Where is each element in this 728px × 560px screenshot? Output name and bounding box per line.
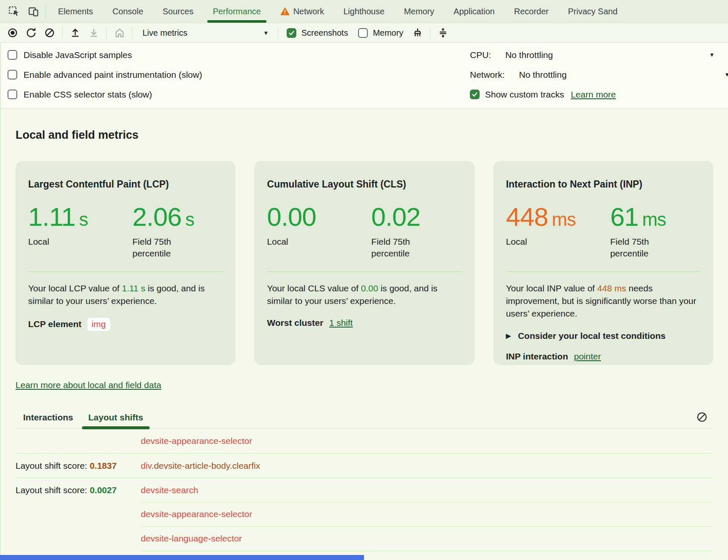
- tab-application[interactable]: Application: [444, 0, 504, 23]
- css-selector-stats-checkbox[interactable]: [8, 90, 17, 99]
- tab-recorder[interactable]: Recorder: [504, 0, 558, 23]
- lcp-element-label: LCP element: [28, 319, 82, 329]
- custom-tracks-label: Show custom tracks: [485, 90, 564, 100]
- screenshots-label: Screenshots: [301, 28, 348, 38]
- worst-cluster-link[interactable]: 1 shift: [329, 318, 353, 328]
- home-icon: [114, 27, 125, 39]
- local-test-conditions-disclosure[interactable]: ▶ Consider your local test conditions: [506, 331, 701, 341]
- learn-more-link[interactable]: Learn more: [571, 90, 616, 100]
- tab-memory[interactable]: Memory: [394, 0, 444, 23]
- table-row: devsite-appearance-selector: [16, 429, 713, 453]
- clear-icon: [696, 411, 708, 423]
- download-profile-button[interactable]: [84, 24, 103, 41]
- cpu-throttling-value[interactable]: No throttling: [505, 50, 553, 60]
- element-link[interactable]: devsite-search: [141, 485, 198, 495]
- css-selector-stats-row[interactable]: Enable CSS selector stats (slow): [1, 85, 470, 104]
- memory-checkbox[interactable]: [358, 28, 368, 38]
- toolbar-separator: [62, 27, 63, 39]
- element-link[interactable]: devsite-language-selector: [141, 534, 242, 543]
- clear-log-button[interactable]: [695, 410, 709, 424]
- collapse-icon: [438, 27, 448, 38]
- tab-elements[interactable]: Elements: [48, 0, 103, 23]
- tab-interactions[interactable]: Interactions: [16, 412, 81, 428]
- inp-interaction-link[interactable]: pointer: [574, 351, 601, 362]
- upload-icon: [70, 27, 81, 38]
- custom-tracks-row[interactable]: Show custom tracks Learn more: [470, 85, 728, 104]
- tab-label: Interactions: [23, 412, 73, 422]
- live-metrics-view: Local and field metrics Largest Contentf…: [0, 108, 728, 560]
- memory-checkbox-row[interactable]: Memory: [353, 28, 408, 38]
- cpu-throttling-row[interactable]: CPU: No throttling ▼: [470, 45, 728, 65]
- device-toolbar-button[interactable]: [24, 0, 43, 23]
- score-label: Layout shift score:: [16, 485, 87, 495]
- element-link[interactable]: devsite-appearance-selector: [141, 509, 252, 519]
- tab-lighthouse[interactable]: Lighthouse: [334, 0, 394, 23]
- tab-layout-shifts[interactable]: Layout shifts: [81, 412, 151, 428]
- tab-label: Privacy Sand: [568, 7, 617, 16]
- custom-tracks-checkbox[interactable]: [470, 90, 480, 99]
- table-row: Layout shift score:0.1837 div.devsite-ar…: [16, 453, 713, 478]
- memory-label: Memory: [373, 28, 403, 38]
- inp-interaction-row: INP interaction pointer: [506, 351, 701, 362]
- css-selector-stats-label: Enable CSS selector stats (slow): [24, 90, 152, 100]
- panel-tabs: Elements Console Sources Performance Net…: [48, 0, 617, 23]
- throttling-options: CPU: No throttling ▼ Network: No throttl…: [470, 45, 728, 104]
- disable-js-samples-row[interactable]: Disable JavaScript samples: [1, 45, 470, 65]
- performance-toolbar: Live metrics ▼ Screenshots Memory: [0, 23, 728, 43]
- tab-privacy-sandbox[interactable]: Privacy Sand: [558, 0, 617, 23]
- reload-and-record-button[interactable]: [22, 24, 40, 41]
- field-label: Field 75th percentile: [371, 236, 430, 260]
- collect-garbage-button[interactable]: [408, 24, 427, 41]
- worst-cluster-label: Worst cluster: [267, 318, 323, 328]
- tab-label: Recorder: [514, 7, 549, 16]
- metric-description: Your local CLS value of 0.00 is good, an…: [267, 282, 462, 307]
- field-label: Field 75th percentile: [610, 236, 669, 260]
- device-toolbar-icon: [28, 6, 39, 17]
- tab-label: Console: [112, 7, 143, 16]
- inspect-element-button[interactable]: [4, 0, 24, 23]
- tab-label: Performance: [213, 7, 261, 16]
- tab-label: Layout shifts: [88, 412, 143, 422]
- live-metrics-dropdown[interactable]: Live metrics ▼: [136, 24, 274, 41]
- upload-profile-button[interactable]: [66, 24, 84, 41]
- tab-console[interactable]: Console: [103, 0, 153, 23]
- advanced-paint-row[interactable]: Enable advanced paint instrumentation (s…: [1, 65, 470, 85]
- record-button[interactable]: [3, 24, 22, 41]
- tab-sources[interactable]: Sources: [153, 0, 203, 23]
- tab-network[interactable]: Network: [271, 0, 334, 23]
- collapse-section-button[interactable]: [434, 24, 452, 41]
- tab-performance[interactable]: Performance: [203, 0, 271, 23]
- screenshots-checkbox-row[interactable]: Screenshots: [282, 28, 353, 38]
- home-button[interactable]: [110, 24, 129, 41]
- lcp-element-link[interactable]: img: [87, 318, 110, 331]
- field-value: 2.06s: [132, 202, 223, 232]
- learn-local-field-data-link[interactable]: Learn more about local and field data: [16, 380, 161, 390]
- metric-description: Your local LCP value of 1.11 s is good, …: [28, 282, 223, 307]
- metric-card-inp: Interaction to Next Paint (INP) 448ms Lo…: [493, 161, 713, 365]
- network-label: Network:: [470, 70, 505, 80]
- checkmark-icon: [288, 29, 295, 37]
- card-divider: [267, 272, 462, 272]
- network-throttling-value[interactable]: No throttling: [519, 70, 567, 80]
- disable-js-samples-label: Disable JavaScript samples: [24, 50, 132, 60]
- tab-label: Memory: [404, 7, 434, 16]
- inspect-cursor-icon: [8, 6, 20, 17]
- element-link[interactable]: devsite-appearance-selector: [141, 436, 252, 446]
- advanced-paint-label: Enable advanced paint instrumentation (s…: [24, 70, 202, 80]
- chevron-down-icon: ▼: [709, 52, 715, 58]
- live-metrics-label: Live metrics: [142, 28, 187, 38]
- worst-cluster-row: Worst cluster 1 shift: [267, 318, 462, 328]
- score-label: Layout shift score:: [16, 461, 87, 471]
- local-test-conditions-label: Consider your local test conditions: [518, 331, 665, 341]
- advanced-paint-checkbox[interactable]: [8, 70, 17, 79]
- network-throttling-row[interactable]: Network: No throttling ▼: [470, 65, 728, 85]
- tab-label: Lighthouse: [343, 7, 385, 16]
- element-link[interactable]: div.devsite-article-body.clearfix: [141, 461, 260, 470]
- clear-recording-button[interactable]: [40, 24, 59, 41]
- screenshots-checkbox[interactable]: [287, 28, 296, 38]
- local-value: 0.00: [267, 202, 371, 232]
- clear-icon: [44, 27, 55, 38]
- tab-label: Application: [454, 7, 495, 16]
- local-label: Local: [28, 236, 87, 248]
- disable-js-samples-checkbox[interactable]: [8, 50, 17, 60]
